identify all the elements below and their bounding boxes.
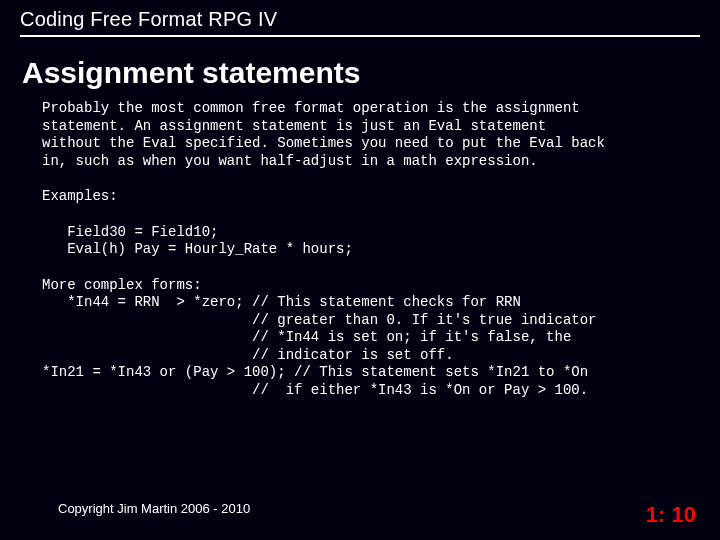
slide-header: Coding Free Format RPG IV [20, 8, 700, 37]
slide-subtitle: Assignment statements [22, 56, 360, 90]
examples-label: Examples: [42, 188, 690, 206]
slide: Coding Free Format RPG IV Assignment sta… [0, 0, 720, 540]
header-rule [20, 35, 700, 37]
copyright-text: Copyright Jim Martin 2006 - 2010 [58, 501, 250, 516]
header-title: Coding Free Format RPG IV [20, 8, 700, 31]
page-number: 1: 10 [646, 502, 696, 528]
intro-paragraph: Probably the most common free format ope… [42, 100, 690, 170]
slide-body: Probably the most common free format ope… [42, 100, 690, 399]
examples-code: Field30 = Field10; Eval(h) Pay = Hourly_… [42, 224, 690, 259]
complex-code: More complex forms: *In44 = RRN > *zero;… [42, 277, 690, 400]
